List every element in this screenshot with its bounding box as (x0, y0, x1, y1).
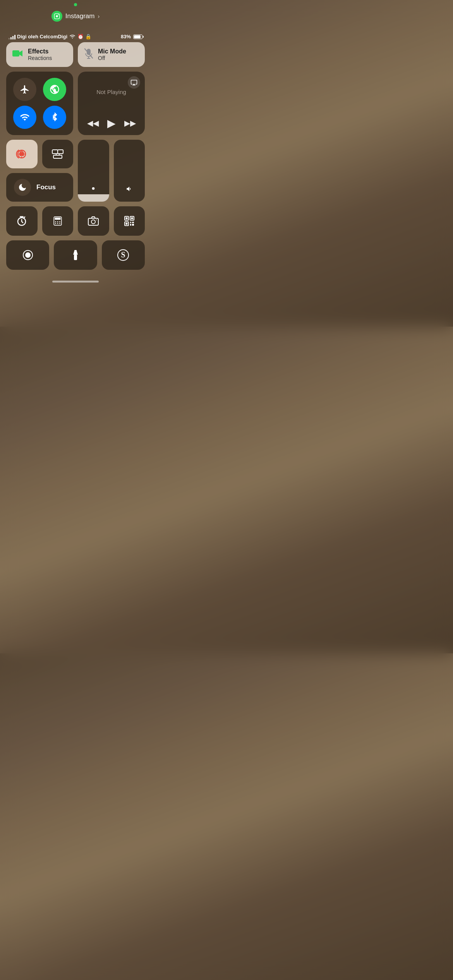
network-block (6, 72, 73, 135)
play-button[interactable]: ▶ (107, 117, 116, 130)
main-controls-row: Not Playing ◀◀ ▶ ▶▶ (6, 72, 145, 135)
airplane-mode-button[interactable] (13, 78, 36, 101)
alarm-icon: ⏰ (77, 34, 84, 39)
timer-button[interactable] (6, 206, 38, 236)
svg-point-17 (92, 187, 95, 190)
battery-percentage: 83% (121, 34, 131, 39)
video-camera-icon (12, 49, 23, 60)
app-name-label: Instagram (65, 12, 95, 20)
app-indicator-bar[interactable]: Instagram › (6, 8, 145, 28)
brightness-fill (78, 194, 109, 202)
control-center: Instagram › Digi oleh CelcomDigi ⏰ 🔒 (0, 0, 151, 302)
bottom-grid-row1 (6, 206, 145, 236)
svg-rect-36 (130, 222, 131, 223)
svg-rect-12 (52, 150, 58, 154)
svg-point-25 (57, 223, 58, 224)
focus-moon-icon (14, 179, 31, 196)
signal-bar-1 (9, 38, 10, 39)
brightness-icon (89, 185, 97, 194)
mic-off-icon (84, 48, 93, 61)
camera-indicator (6, 0, 145, 8)
fast-forward-button[interactable]: ▶▶ (124, 118, 136, 128)
svg-rect-35 (125, 223, 127, 224)
focus-button[interactable]: Focus (6, 173, 73, 202)
svg-point-23 (59, 221, 60, 223)
svg-rect-37 (132, 222, 134, 223)
effects-reactions-tile[interactable]: Effects Reactions (6, 42, 73, 67)
bluetooth-button[interactable] (43, 106, 66, 129)
camera-button[interactable] (78, 206, 109, 236)
brightness-slider[interactable] (78, 140, 109, 202)
svg-rect-13 (58, 150, 63, 154)
airplay-button[interactable] (128, 76, 140, 89)
bottom-grid-row2: S (6, 240, 145, 270)
mic-mode-title: Mic Mode (98, 48, 126, 55)
svg-rect-20 (55, 218, 60, 219)
home-bar (52, 281, 99, 283)
svg-rect-38 (130, 224, 131, 226)
svg-point-1 (56, 15, 58, 17)
qr-code-button[interactable] (114, 206, 145, 236)
media-player[interactable]: Not Playing ◀◀ ▶ ▶▶ (78, 72, 145, 135)
not-playing-label: Not Playing (83, 89, 139, 95)
shazam-button[interactable]: S (102, 240, 145, 270)
effects-title: Effects (28, 48, 52, 55)
focus-label: Focus (36, 183, 56, 191)
svg-point-2 (58, 14, 59, 15)
svg-point-21 (55, 221, 56, 223)
screen-record-button[interactable] (6, 240, 49, 270)
svg-text:S: S (121, 250, 125, 259)
svg-point-26 (59, 223, 60, 224)
svg-rect-3 (12, 50, 19, 57)
screen-lock-rotation-button[interactable] (6, 140, 38, 168)
volume-icon (125, 185, 134, 194)
signal-bar-3 (12, 36, 14, 39)
svg-rect-14 (53, 155, 62, 158)
effects-subtitle: Reactions (28, 55, 52, 62)
svg-rect-43 (74, 250, 77, 251)
flashlight-button[interactable] (54, 240, 97, 270)
rewind-button[interactable]: ◀◀ (87, 118, 99, 128)
svg-rect-33 (131, 217, 133, 219)
effects-text: Effects Reactions (28, 48, 52, 62)
media-controls: ◀◀ ▶ ▶▶ (83, 117, 139, 130)
svg-point-24 (55, 223, 56, 224)
cellular-data-button[interactable] (43, 78, 66, 101)
svg-rect-10 (19, 152, 24, 156)
volume-slider[interactable] (114, 140, 145, 202)
svg-rect-42 (74, 255, 77, 260)
home-indicator (6, 274, 145, 286)
wifi-icon (69, 33, 76, 40)
signal-bar-2 (10, 37, 12, 39)
status-left: Digi oleh CelcomDigi ⏰ 🔒 (9, 33, 91, 40)
svg-point-22 (57, 221, 58, 223)
app-icon (51, 11, 62, 22)
svg-rect-27 (88, 218, 98, 225)
wifi-button[interactable] (13, 106, 36, 129)
status-bar: Digi oleh CelcomDigi ⏰ 🔒 83% (6, 28, 145, 42)
app-chevron-icon: › (98, 13, 100, 19)
lock-icon: 🔒 (85, 34, 91, 39)
signal-icon (9, 34, 15, 39)
svg-rect-39 (132, 224, 134, 226)
battery-icon (133, 34, 142, 39)
calculator-button[interactable] (42, 206, 74, 236)
mic-mode-subtitle: Off (98, 55, 126, 62)
svg-rect-31 (125, 217, 127, 219)
top-tiles-row: Effects Reactions Mic Mode Off (6, 42, 145, 67)
secondary-row: Focus (6, 140, 145, 202)
carrier-name: Digi oleh CelcomDigi (17, 34, 67, 39)
mic-mode-text: Mic Mode Off (98, 48, 126, 62)
mic-mode-tile[interactable]: Mic Mode Off (78, 42, 145, 67)
camera-active-dot (74, 3, 77, 6)
screen-mirroring-button[interactable] (42, 140, 74, 168)
signal-bar-4 (14, 35, 15, 39)
status-right: 83% (121, 34, 142, 39)
svg-point-29 (96, 219, 97, 220)
svg-point-28 (91, 220, 95, 224)
svg-point-41 (25, 252, 31, 258)
